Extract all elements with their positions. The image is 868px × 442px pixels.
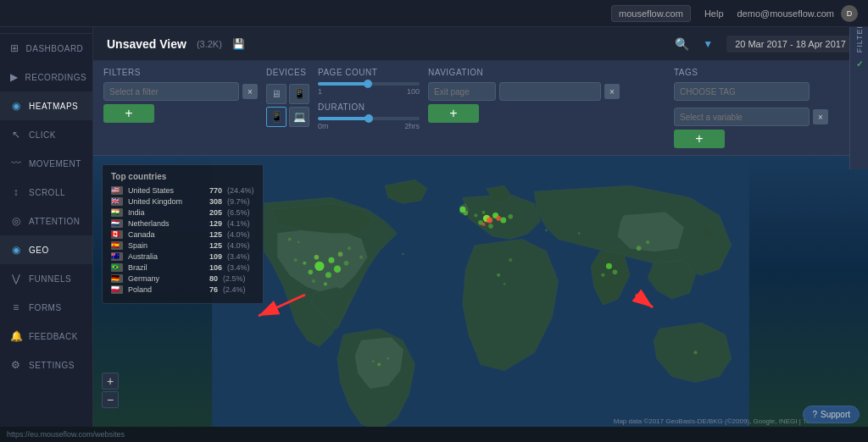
settings-icon: ⚙ bbox=[10, 359, 22, 371]
navigation-value-input[interactable]: /pricing bbox=[499, 82, 601, 101]
support-button[interactable]: ? Support bbox=[803, 406, 860, 423]
device-mobile[interactable]: 📱 bbox=[266, 107, 287, 127]
site-selector[interactable]: mouseflow.com bbox=[611, 5, 691, 22]
navigation-clear-button[interactable]: × bbox=[604, 84, 620, 99]
filter-icon[interactable]: ▼ bbox=[703, 38, 713, 50]
page-count-section: PAGE COUNT 1 100 DURATION 0m 2hrs bbox=[318, 68, 420, 130]
svg-point-26 bbox=[481, 223, 485, 226]
sidebar-item-heatmaps[interactable]: ◉ Heatmaps bbox=[0, 91, 92, 120]
navigation-section: NAVIGATION /pricing × + bbox=[428, 68, 665, 123]
svg-point-44 bbox=[402, 253, 404, 256]
sidebar-item-geo[interactable]: ◉ Geo bbox=[0, 235, 92, 264]
country-flag: 🇳🇱 bbox=[111, 219, 123, 228]
sidebar-item-recordings[interactable]: ▶ Recordings bbox=[0, 63, 92, 91]
svg-point-28 bbox=[464, 211, 469, 216]
country-flag: 🇪🇸 bbox=[111, 241, 123, 250]
attention-icon: ◎ bbox=[10, 215, 22, 227]
country-name: Spain bbox=[128, 241, 204, 250]
url-bar: https://eu.mouseflow.com/websites bbox=[0, 427, 868, 442]
filter-clear-button[interactable]: × bbox=[242, 84, 258, 99]
svg-point-7 bbox=[314, 255, 320, 260]
heatmaps-icon: ◉ bbox=[10, 100, 22, 112]
countries-list: 🇺🇸 United States 770 (24.4%) 🇬🇧 United K… bbox=[111, 186, 254, 294]
filter-add-button[interactable]: + bbox=[103, 104, 154, 123]
sidebar-item-settings[interactable]: ⚙ Settings bbox=[0, 351, 92, 379]
country-count: 205 bbox=[209, 208, 222, 217]
sidebar-label-settings: Settings bbox=[29, 361, 75, 370]
sidebar-label-forms: Forms bbox=[29, 303, 62, 312]
filters-apply-button[interactable]: ✓ bbox=[852, 56, 867, 71]
sidebar-item-forms[interactable]: ≡ Forms bbox=[0, 293, 92, 322]
sidebar-label-recordings: Recordings bbox=[25, 73, 87, 82]
svg-point-29 bbox=[606, 263, 612, 269]
duration-label: DURATION bbox=[318, 102, 420, 112]
variable-clear-button[interactable]: × bbox=[813, 109, 828, 124]
page-count-labels: 1 100 bbox=[318, 87, 420, 96]
svg-point-41 bbox=[359, 256, 363, 259]
search-icon[interactable]: 🔍 bbox=[675, 37, 689, 51]
sidebar-item-movement[interactable]: 〰 Movement bbox=[0, 149, 92, 178]
svg-point-19 bbox=[500, 218, 506, 224]
sidebar-item-dashboard[interactable]: ⊞ Dashboard bbox=[0, 34, 92, 63]
sidebar-item-click[interactable]: ↖ Click bbox=[0, 120, 92, 149]
country-pct: (4.0%) bbox=[227, 241, 250, 250]
avatar[interactable]: D bbox=[841, 5, 858, 22]
page-count-slider[interactable] bbox=[318, 82, 420, 86]
scroll-icon: ↕ bbox=[10, 186, 22, 198]
country-flag: 🇨🇦 bbox=[111, 230, 123, 239]
tags-add-button[interactable]: + bbox=[674, 130, 725, 148]
recordings-icon: ▶ bbox=[10, 71, 19, 83]
forms-icon: ≡ bbox=[10, 301, 22, 313]
svg-point-31 bbox=[601, 273, 604, 277]
country-pct: (24.4%) bbox=[227, 186, 254, 195]
duration-max: 2hrs bbox=[404, 122, 420, 130]
view-title: Unsaved View bbox=[107, 37, 186, 51]
geo-icon: ◉ bbox=[10, 244, 22, 256]
navigation-type-input[interactable] bbox=[428, 82, 496, 101]
sidebar-item-funnels[interactable]: ⋁ Funnels bbox=[0, 264, 92, 293]
country-name: India bbox=[128, 208, 204, 217]
zoom-in-button[interactable]: + bbox=[102, 373, 119, 390]
date-range[interactable]: 20 Mar 2017 - 18 Apr 2017 bbox=[726, 36, 854, 52]
help-button[interactable]: Help bbox=[704, 8, 724, 19]
country-row: 🇳🇱 Netherlands 129 (4.1%) bbox=[111, 219, 254, 228]
sidebar-item-scroll[interactable]: ↕ Scroll bbox=[0, 178, 92, 207]
svg-point-15 bbox=[312, 279, 315, 283]
country-name: United Kingdom bbox=[128, 197, 204, 206]
page-header: Unsaved View (3.2K) 💾 🔍 ▼ 20 Mar 2017 - … bbox=[93, 27, 868, 61]
sidebar-item-feedback[interactable]: 🔔 Feedback bbox=[0, 322, 92, 351]
country-count: 125 bbox=[209, 230, 222, 239]
support-label: Support bbox=[821, 410, 850, 419]
sidebar-label-funnels: Funnels bbox=[29, 274, 71, 284]
duration-slider-row bbox=[318, 117, 420, 120]
funnels-icon: ⋁ bbox=[10, 273, 22, 285]
save-icon[interactable]: 💾 bbox=[232, 38, 245, 50]
duration-slider[interactable] bbox=[318, 117, 420, 120]
device-desktop[interactable]: 🖥 bbox=[266, 84, 287, 104]
svg-point-14 bbox=[338, 251, 343, 257]
svg-point-12 bbox=[294, 258, 298, 262]
support-icon: ? bbox=[812, 410, 817, 419]
country-count: 770 bbox=[209, 186, 222, 195]
page-count-max: 100 bbox=[407, 87, 420, 96]
movement-icon: 〰 bbox=[10, 157, 22, 169]
svg-point-35 bbox=[693, 351, 697, 354]
zoom-out-button[interactable]: − bbox=[102, 391, 119, 408]
view-count: (3.2K) bbox=[197, 39, 222, 49]
devices-section: DEVICES 🖥 📱 📱 💻 bbox=[266, 68, 309, 127]
variable-input[interactable] bbox=[674, 108, 810, 126]
navigation-add-button[interactable]: + bbox=[428, 104, 479, 123]
country-row: 🇪🇸 Spain 125 (4.0%) bbox=[111, 241, 254, 250]
tags-input[interactable] bbox=[674, 82, 810, 101]
sidebar-label-movement: Movement bbox=[29, 159, 81, 169]
svg-point-33 bbox=[387, 357, 389, 360]
filters-label: FILTERS bbox=[103, 68, 258, 77]
device-tablet[interactable]: 📱 bbox=[289, 84, 309, 104]
country-row: 🇨🇦 Canada 125 (4.0%) bbox=[111, 230, 254, 239]
country-flag: 🇦🇺 bbox=[111, 252, 123, 261]
country-row: 🇮🇳 India 205 (6.5%) bbox=[111, 208, 254, 217]
sidebar-item-attention[interactable]: ◎ Attention bbox=[0, 207, 92, 235]
country-name: United States bbox=[128, 186, 204, 195]
device-other[interactable]: 💻 bbox=[289, 107, 309, 127]
filter-select-input[interactable] bbox=[103, 82, 239, 101]
